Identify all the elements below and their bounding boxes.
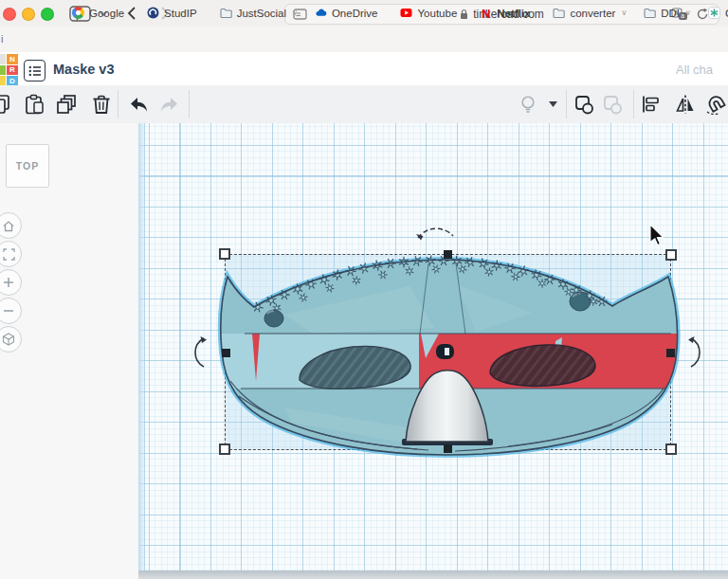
align-button[interactable] xyxy=(640,94,661,115)
scale-handle-top-middle[interactable] xyxy=(444,250,452,259)
delete-button[interactable] xyxy=(91,94,112,115)
bookmark-ddi[interactable]: DDI∨ xyxy=(644,7,691,19)
ungroup-button[interactable] xyxy=(602,94,623,115)
center-pin xyxy=(436,344,454,359)
logo-tile-r: R xyxy=(7,65,18,76)
design-title[interactable]: Maske v3 xyxy=(53,62,115,77)
bookmarks-row: Google StudIP JustSocial∨ OneDrive Youtu… xyxy=(72,0,728,26)
bookmark-youtube[interactable]: Youtube xyxy=(400,7,463,19)
design-menu-button[interactable] xyxy=(24,60,46,81)
paste-button[interactable] xyxy=(24,94,45,115)
scale-handle-bottom-left[interactable] xyxy=(219,443,230,455)
folder-icon xyxy=(553,7,565,19)
bookmark-google[interactable]: Google xyxy=(72,7,130,19)
folder-icon xyxy=(220,7,232,19)
cube-icon xyxy=(2,333,15,346)
rotate-handle-right[interactable] xyxy=(688,335,703,370)
logo-tile-n: N xyxy=(7,54,18,64)
scale-handle-bottom-middle[interactable] xyxy=(444,444,452,453)
scale-handle-top-right[interactable] xyxy=(665,249,677,261)
fit-view-icon xyxy=(3,248,15,261)
mask-object[interactable] xyxy=(194,224,687,461)
toolbar-separator xyxy=(189,90,190,118)
list-icon xyxy=(28,65,41,77)
duplicate-button[interactable] xyxy=(56,94,77,115)
bookmark-netflix[interactable]: N Netflix xyxy=(480,7,536,19)
scale-handle-top-left[interactable] xyxy=(219,248,230,260)
close-window-button[interactable] xyxy=(3,8,16,21)
mirror-button[interactable] xyxy=(675,94,696,115)
copy-button[interactable] xyxy=(0,94,12,115)
app-window: tinkercad.com A a i Google StudIP JustSo… xyxy=(0,0,728,579)
scale-handle-bottom-right[interactable] xyxy=(665,443,677,455)
view-cube[interactable]: TOP xyxy=(6,144,49,188)
magnet-button[interactable] xyxy=(705,94,728,115)
studip-icon xyxy=(147,7,159,19)
group-button[interactable] xyxy=(573,94,594,115)
minus-icon xyxy=(3,305,14,317)
bookmarks-bar xyxy=(0,27,728,53)
workplane-bottom-edge xyxy=(138,570,728,579)
toolbar-separator xyxy=(118,90,118,118)
onedrive-cloud-icon xyxy=(315,7,327,19)
svg-text:N: N xyxy=(482,7,490,19)
undo-button[interactable] xyxy=(128,94,149,115)
minimize-window-button[interactable] xyxy=(22,8,35,21)
show-all-button[interactable] xyxy=(518,94,538,115)
redo-button[interactable] xyxy=(159,94,180,115)
home-icon xyxy=(2,220,15,232)
maximize-window-button[interactable] xyxy=(41,8,54,21)
bookmark-chatgpt[interactable]: ChatGPT xyxy=(708,7,728,19)
plus-icon xyxy=(3,277,14,288)
mouse-cursor xyxy=(648,224,667,248)
google-icon xyxy=(72,7,84,19)
tinkercad-logo[interactable]: N R D xyxy=(0,54,18,86)
workplane-left-edge xyxy=(138,123,146,579)
netflix-icon: N xyxy=(480,7,492,19)
bookmark-studip[interactable]: StudIP xyxy=(147,7,203,19)
toolbar-separator xyxy=(566,90,567,118)
folder-icon xyxy=(644,7,656,19)
toolbar-separator xyxy=(633,90,634,118)
rotate-handle-top[interactable] xyxy=(415,226,457,241)
bookmark-onedrive[interactable]: OneDrive xyxy=(315,7,384,19)
bookmark-converter[interactable]: converter∨ xyxy=(553,7,627,19)
youtube-icon xyxy=(400,7,412,19)
logo-tile-d: D xyxy=(7,76,18,86)
rotate-handle-left[interactable] xyxy=(191,335,207,370)
scale-handle-middle-left[interactable] xyxy=(222,349,230,357)
chatgpt-icon xyxy=(708,7,720,19)
show-all-caret-icon[interactable] xyxy=(549,101,558,108)
clipped-bookmark[interactable]: i xyxy=(1,33,3,45)
bookmark-justsocial[interactable]: JustSocial∨ xyxy=(220,7,298,19)
save-status: All cha xyxy=(676,63,713,77)
scale-handle-middle-right[interactable] xyxy=(666,349,675,357)
